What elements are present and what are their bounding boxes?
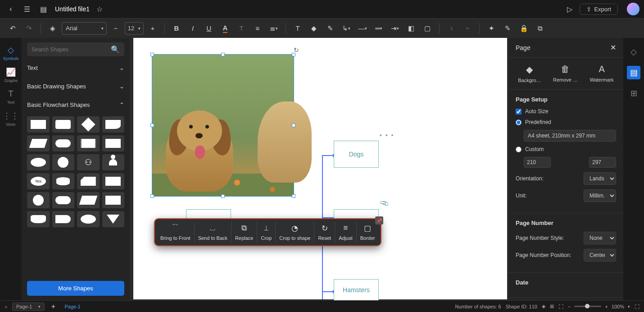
- search-input[interactable]: [32, 46, 107, 53]
- zoom-out-button[interactable]: −: [568, 304, 571, 309]
- shape-circle[interactable]: [52, 154, 75, 170]
- shape-manual[interactable]: [77, 192, 100, 208]
- replace-button[interactable]: ⧉Replace: [231, 222, 257, 243]
- font-family-select[interactable]: Arial▾: [62, 22, 107, 35]
- resize-handle-tl[interactable]: [150, 53, 154, 56]
- category-text[interactable]: Text⌄: [27, 61, 124, 75]
- group-button[interactable]: ⧉: [533, 21, 547, 36]
- resize-handle-rm[interactable]: [292, 124, 295, 127]
- connector-line[interactable]: [322, 155, 334, 156]
- width-input[interactable]: [524, 157, 551, 168]
- shape-ellipse[interactable]: [27, 154, 50, 170]
- italic-button[interactable]: I: [186, 21, 200, 36]
- resize-handle-bl[interactable]: [150, 194, 154, 198]
- page-tab-active[interactable]: Page-1: [62, 304, 83, 309]
- shadow-button[interactable]: ◧: [404, 21, 418, 36]
- shape-rounded[interactable]: [52, 116, 75, 133]
- undo-button[interactable]: ↶: [5, 21, 20, 36]
- connector-button[interactable]: ↳: [339, 21, 354, 36]
- theme-button[interactable]: ◇: [627, 45, 640, 59]
- shape-direct[interactable]: [52, 192, 75, 208]
- watermark-button[interactable]: AWatermark: [590, 64, 613, 83]
- category-basic-drawing[interactable]: Basic Drawing Shapes⌄: [27, 79, 124, 93]
- export-button[interactable]: ⇪ Export: [580, 4, 618, 15]
- adjust-button[interactable]: ≡Adjust: [335, 222, 357, 243]
- attachment-icon[interactable]: 📎: [379, 198, 389, 208]
- avatar[interactable]: [627, 3, 639, 15]
- shape-card[interactable]: [77, 173, 100, 189]
- rail-text[interactable]: TText: [2, 87, 20, 107]
- shape-internal[interactable]: [102, 135, 125, 151]
- rotate-handle[interactable]: ↻: [294, 46, 299, 54]
- page-settings-button[interactable]: ▤: [627, 66, 640, 79]
- shape-delay[interactable]: [52, 211, 75, 227]
- auto-size-checkbox[interactable]: [516, 109, 522, 115]
- close-icon[interactable]: ✕: [610, 43, 616, 52]
- text-highlight-button[interactable]: T: [234, 21, 249, 36]
- send-to-back-button[interactable]: ⎵Send to Back: [195, 222, 231, 243]
- more-dots-icon[interactable]: • • •: [380, 132, 394, 139]
- align-button[interactable]: ≡: [250, 21, 265, 36]
- orientation-select[interactable]: Lands…: [584, 172, 616, 185]
- pin-icon[interactable]: 📌: [375, 216, 383, 225]
- flowchart-box-dogs[interactable]: Dogs: [334, 141, 379, 168]
- line-color-button[interactable]: ✎: [323, 21, 337, 36]
- selected-image[interactable]: ↻: [152, 54, 294, 197]
- shape-actor[interactable]: ⚇: [77, 154, 100, 170]
- rail-more[interactable]: ⋮⋮More: [2, 108, 20, 129]
- shape-terminator[interactable]: [52, 135, 75, 151]
- fill-color-button[interactable]: ◆: [307, 21, 321, 36]
- flowchart-box-hamsters[interactable]: Hamsters: [334, 279, 379, 300]
- star-icon[interactable]: ☆: [93, 3, 106, 15]
- redo-button[interactable]: ↷: [22, 21, 36, 36]
- zoom-in-button[interactable]: +: [605, 304, 608, 309]
- text-tool-button[interactable]: T: [290, 21, 305, 36]
- zoom-value[interactable]: 100%: [612, 304, 624, 309]
- frame-button[interactable]: ▢: [420, 21, 435, 36]
- line-spacing-button[interactable]: ≣: [267, 21, 281, 36]
- page-number-position-select[interactable]: Center: [584, 249, 616, 262]
- height-input[interactable]: [589, 157, 616, 168]
- canvas[interactable]: ↻ • • • 📎 Dogs Hamsters 📌 ⎴Bring to Fron…: [130, 38, 508, 300]
- border-button[interactable]: ▢Border: [357, 222, 379, 243]
- bring-to-front-button[interactable]: ⎴Bring to Front: [157, 222, 195, 243]
- bold-button[interactable]: B: [169, 21, 184, 36]
- shape-database[interactable]: [52, 173, 75, 189]
- effects-button[interactable]: ✦: [484, 21, 499, 36]
- background-button[interactable]: ◆Backgro…: [518, 64, 541, 83]
- line-style-button[interactable]: —: [355, 21, 370, 36]
- resize-handle-lm[interactable]: [150, 124, 154, 127]
- shape-data[interactable]: [27, 135, 50, 151]
- underline-button[interactable]: U: [202, 21, 216, 36]
- page-selector[interactable]: Page-1▾: [12, 303, 45, 311]
- shape-document[interactable]: [102, 116, 125, 133]
- connector-line[interactable]: [322, 291, 334, 292]
- crop-button[interactable]: ⟂Crop: [257, 222, 276, 243]
- file-icon[interactable]: ▤: [37, 3, 50, 15]
- line-weight-button[interactable]: ═: [372, 21, 386, 36]
- map-icon[interactable]: ⊞: [550, 303, 554, 309]
- resize-handle-tm[interactable]: [221, 53, 225, 56]
- arrow-style-button[interactable]: ⇥: [388, 21, 402, 36]
- shape-extract[interactable]: [102, 211, 125, 227]
- more-shapes-button[interactable]: More Shapes: [27, 281, 124, 296]
- page-number-style-select[interactable]: None: [584, 232, 616, 244]
- zoom-slider[interactable]: [574, 306, 601, 307]
- predefined-size-select[interactable]: [524, 130, 616, 142]
- canvas-page[interactable]: ↻ • • • 📎 Dogs Hamsters: [133, 38, 507, 299]
- resize-handle-bm[interactable]: [221, 194, 225, 198]
- search-shapes[interactable]: 🔍: [27, 42, 124, 56]
- shape-wave[interactable]: [27, 211, 50, 227]
- shape-connector[interactable]: [27, 192, 50, 208]
- crop-to-shape-button[interactable]: ◔Crop to shape: [276, 222, 314, 243]
- edit-button[interactable]: ✎: [500, 21, 515, 36]
- custom-radio[interactable]: [516, 147, 522, 152]
- lock-button[interactable]: 🔒: [517, 21, 531, 36]
- font-size-increase[interactable]: +: [145, 21, 160, 36]
- remove-button[interactable]: 🗑Remove …: [553, 64, 578, 83]
- shape-oval[interactable]: [77, 211, 100, 227]
- rail-symbols[interactable]: ◇Symbols: [2, 42, 20, 64]
- font-size-decrease[interactable]: −: [109, 21, 123, 36]
- shape-person[interactable]: [102, 154, 125, 170]
- shape-display[interactable]: [102, 192, 125, 208]
